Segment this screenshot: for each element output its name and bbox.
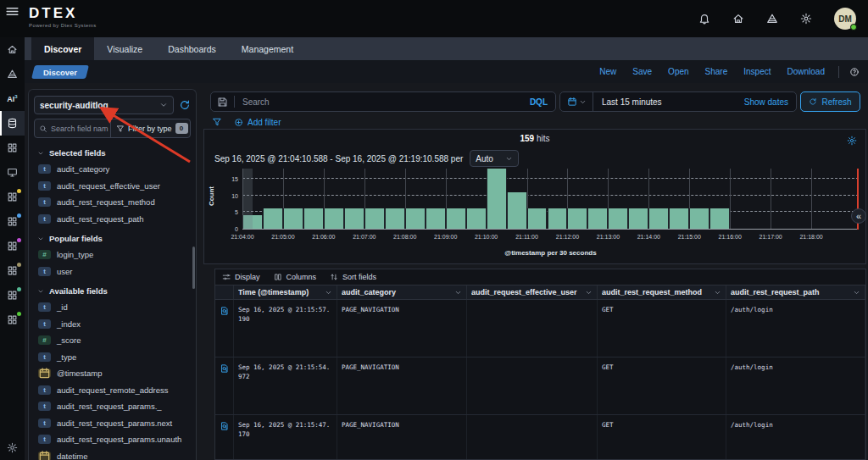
filter-by-type-button[interactable]: Filter by type 0 (111, 119, 191, 137)
saved-query-icon[interactable] (217, 97, 228, 108)
column-header-audit-request-effective-user[interactable]: audit_request_effective_user (467, 285, 598, 299)
histogram-bar[interactable] (507, 192, 527, 229)
field-item-login_type[interactable]: #login_type (29, 247, 196, 263)
rail-item-home-0[interactable] (0, 37, 25, 62)
histogram-bar[interactable] (487, 169, 507, 229)
filters-funnel-icon[interactable] (212, 117, 222, 127)
field-item-audit_request_remote_address[interactable]: taudit_request_remote_address (29, 382, 196, 399)
histogram-bar[interactable] (709, 208, 730, 229)
action-inspect[interactable]: Inspect (743, 67, 771, 76)
time-range-picker[interactable]: Last 15 minutes Show dates (559, 91, 797, 112)
field-item-audit_rest_request_params._[interactable]: taudit_rest_request_params._ (29, 398, 196, 415)
menu-icon[interactable] (5, 4, 19, 19)
help-icon[interactable] (849, 67, 860, 77)
action-new[interactable]: New (599, 67, 616, 76)
index-pattern-select[interactable]: security-auditlog (34, 96, 174, 114)
settings-gear-icon[interactable] (800, 13, 812, 25)
interval-select[interactable]: Auto (470, 150, 519, 167)
histogram-bar[interactable] (567, 208, 587, 229)
field-search-input[interactable]: Search field nam (35, 119, 111, 137)
rail-item-apps-9[interactable] (0, 258, 25, 283)
time-range-value[interactable]: Last 15 minutes (602, 97, 662, 107)
rail-settings-gear-icon[interactable] (7, 442, 18, 453)
histogram-bar[interactable] (608, 208, 628, 229)
calendar-icon[interactable] (567, 97, 577, 107)
field-item-_index[interactable]: t_index (29, 316, 196, 333)
tab-management[interactable]: Management (229, 37, 306, 60)
field-section-popular-fields[interactable]: Popular fields (29, 227, 196, 247)
rail-item-database-3[interactable] (0, 111, 25, 136)
column-header-audit-rest-request-path[interactable]: audit_rest_request_path (726, 285, 865, 299)
field-item-@timestamp[interactable]: @timestamp (29, 365, 196, 382)
column-header-audit-category[interactable]: audit_category (337, 285, 467, 299)
histogram-bar[interactable] (669, 208, 689, 229)
rail-item-ai-2[interactable]: AI3 (0, 86, 25, 111)
rail-item-apps-4[interactable] (0, 136, 25, 160)
field-section-available-fields[interactable]: Available fields (29, 280, 196, 299)
action-download[interactable]: Download (787, 67, 825, 76)
rail-item-apps-8[interactable] (0, 234, 25, 258)
histogram-bar[interactable] (426, 208, 446, 229)
rail-item-apps-10[interactable] (0, 283, 25, 308)
histogram-bar[interactable] (689, 208, 709, 229)
query-search-input[interactable]: Search DQL (210, 91, 556, 112)
histogram-bar[interactable] (648, 208, 669, 229)
rail-item-user-pyramid-1[interactable] (0, 62, 25, 86)
field-item-audit_rest_request_method[interactable]: taudit_rest_request_method (29, 194, 196, 211)
histogram-bar[interactable] (527, 208, 548, 229)
rail-item-apps-6[interactable] (0, 185, 25, 209)
collapse-panel-button[interactable]: « (851, 208, 866, 224)
chevron-down-icon[interactable] (579, 98, 587, 106)
rail-item-apps-11[interactable] (0, 308, 25, 332)
tab-dashboards[interactable]: Dashboards (155, 37, 229, 60)
panel-gear-icon[interactable] (847, 136, 857, 146)
histogram-bar[interactable] (364, 208, 385, 229)
tab-discover[interactable]: Discover (31, 37, 94, 60)
action-open[interactable]: Open (668, 67, 688, 76)
field-section-selected-fields[interactable]: Selected fields (29, 141, 196, 161)
tab-visualize[interactable]: Visualize (94, 37, 155, 60)
histogram-bar[interactable] (405, 208, 426, 229)
expand-document-icon[interactable] (220, 421, 230, 431)
column-header-audit-rest-request-method[interactable]: audit_rest_request_method (598, 285, 726, 299)
field-item-_type[interactable]: t_type (29, 349, 196, 366)
histogram-bar[interactable] (303, 208, 324, 229)
field-item-audit_category[interactable]: taudit_category (29, 161, 196, 178)
histogram-bar[interactable] (324, 208, 344, 229)
query-language-button[interactable]: DQL (530, 97, 548, 107)
table-toolbar-columns[interactable]: Columns (274, 273, 317, 281)
histogram-bar[interactable] (263, 208, 283, 229)
field-item-_id[interactable]: t_id (29, 299, 196, 316)
field-item-audit_rest_request_params.unauth[interactable]: taudit_rest_request_params.unauth (29, 431, 196, 448)
home-icon[interactable] (732, 13, 744, 25)
rail-item-monitor-5[interactable] (0, 160, 25, 185)
histogram-bar[interactable] (344, 208, 364, 229)
histogram-bar[interactable] (283, 208, 303, 229)
histogram-bar[interactable] (385, 208, 405, 229)
pyramid-icon[interactable] (766, 13, 778, 25)
histogram-bar[interactable] (628, 208, 648, 229)
field-item-audit_rest_request_params.next[interactable]: taudit_rest_request_params.next (29, 415, 196, 432)
field-item-audit_request_effective_user[interactable]: taudit_request_effective_user (29, 178, 196, 195)
discover-app-badge[interactable]: Discover (31, 65, 89, 79)
index-refresh-icon[interactable] (179, 99, 191, 111)
field-item-datetime[interactable]: datetime (29, 448, 196, 460)
field-item-audit_rest_request_path[interactable]: taudit_rest_request_path (29, 211, 196, 228)
user-avatar[interactable]: DM (834, 8, 856, 30)
rail-item-apps-7[interactable] (0, 209, 25, 234)
expand-document-icon[interactable] (220, 363, 230, 374)
expand-document-icon[interactable] (220, 306, 230, 316)
table-toolbar-sort-fields[interactable]: Sort fields (330, 273, 376, 281)
field-item-_score[interactable]: #_score (29, 332, 196, 349)
action-save[interactable]: Save (632, 67, 652, 76)
histogram-bar[interactable] (446, 208, 466, 229)
histogram-bar[interactable] (548, 208, 568, 229)
field-item-user[interactable]: tuser (29, 263, 196, 280)
refresh-button[interactable]: Refresh (800, 91, 860, 112)
histogram-bar[interactable] (587, 208, 608, 229)
table-toolbar-display[interactable]: Display (222, 273, 260, 281)
add-filter-button[interactable]: Add filter (234, 118, 281, 127)
show-dates-link[interactable]: Show dates (744, 97, 788, 107)
sidebar-scrollbar[interactable] (192, 247, 195, 289)
notifications-bell-icon[interactable] (698, 13, 710, 25)
